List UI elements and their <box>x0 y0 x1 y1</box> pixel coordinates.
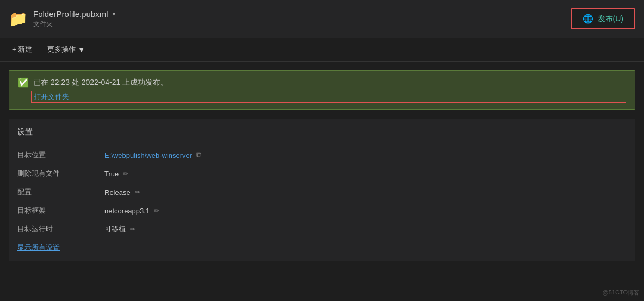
header-title-group: FolderProfile.pubxml ▼ 文件夹 <box>33 9 116 29</box>
publish-button[interactable]: 🌐 发布(U) <box>571 8 635 29</box>
copy-icon[interactable]: ⧉ <box>196 151 201 159</box>
toolbar: + 新建 更多操作 ▼ <box>0 38 644 62</box>
config-value: Release <box>104 188 131 196</box>
publish-icon: 🌐 <box>583 14 593 24</box>
folder-icon: 📁 <box>9 11 28 27</box>
edit-icon-delete-existing[interactable]: ✏ <box>123 170 128 177</box>
success-icon: ✅ <box>18 77 29 88</box>
value-target-runtime: 可移植 ✏ <box>104 224 135 234</box>
header-left: 📁 FolderProfile.pubxml ▼ 文件夹 <box>9 9 116 29</box>
success-text: 已在 22:23 处 2022-04-21 上成功发布。 <box>33 78 168 88</box>
settings-panel: 设置 目标位置 E:\webpulish\web-winserver ⧉ 删除现… <box>9 119 635 261</box>
show-all-settings-link[interactable]: 显示所有设置 <box>17 243 60 253</box>
settings-row-target-location: 目标位置 E:\webpulish\web-winserver ⧉ <box>17 146 627 164</box>
label-delete-existing: 删除现有文件 <box>17 169 104 179</box>
main-content: ✅ 已在 22:23 处 2022-04-21 上成功发布。 打开文件夹 设置 … <box>0 62 644 270</box>
edit-icon-config[interactable]: ✏ <box>135 188 140 196</box>
target-location-link[interactable]: E:\webpulish\web-winserver <box>104 151 192 159</box>
settings-row-config: 配置 Release ✏ <box>17 183 627 201</box>
label-target-framework: 目标框架 <box>17 206 104 216</box>
label-target-location: 目标位置 <box>17 150 104 160</box>
edit-icon-target-framework[interactable]: ✏ <box>154 207 159 214</box>
header: 📁 FolderProfile.pubxml ▼ 文件夹 🌐 发布(U) <box>0 0 644 38</box>
more-actions-label: 更多操作 <box>47 45 76 54</box>
new-button[interactable]: + 新建 <box>9 42 35 57</box>
header-subtitle: 文件夹 <box>33 20 116 29</box>
edit-icon-target-runtime[interactable]: ✏ <box>130 225 135 233</box>
more-actions-chevron: ▼ <box>78 46 85 54</box>
value-config: Release ✏ <box>104 188 140 196</box>
label-config: 配置 <box>17 187 104 197</box>
settings-row-delete-existing: 删除现有文件 True ✏ <box>17 164 627 183</box>
profile-name: FolderProfile.pubxml <box>33 9 108 19</box>
more-actions-button[interactable]: 更多操作 ▼ <box>44 42 88 57</box>
success-banner-top: ✅ 已在 22:23 处 2022-04-21 上成功发布。 <box>18 77 626 88</box>
settings-title: 设置 <box>17 127 627 137</box>
new-button-label: + 新建 <box>12 45 32 54</box>
target-runtime-value: 可移植 <box>104 224 126 234</box>
settings-row-target-runtime: 目标运行时 可移植 ✏ <box>17 220 627 238</box>
value-delete-existing: True ✏ <box>104 170 128 178</box>
value-target-location: E:\webpulish\web-winserver ⧉ <box>104 151 201 159</box>
watermark: @51CTO博客 <box>603 288 640 297</box>
chevron-down-icon[interactable]: ▼ <box>112 11 117 17</box>
label-target-runtime: 目标运行时 <box>17 224 104 234</box>
publish-button-label: 发布(U) <box>598 14 623 24</box>
settings-row-target-framework: 目标框架 netcoreapp3.1 ✏ <box>17 201 627 220</box>
target-framework-value: netcoreapp3.1 <box>104 207 150 215</box>
delete-existing-value: True <box>104 170 119 178</box>
success-banner: ✅ 已在 22:23 处 2022-04-21 上成功发布。 打开文件夹 <box>9 70 635 110</box>
value-target-framework: netcoreapp3.1 ✏ <box>104 207 159 215</box>
header-title: FolderProfile.pubxml ▼ <box>33 9 116 19</box>
open-folder-link[interactable]: 打开文件夹 <box>31 91 626 103</box>
